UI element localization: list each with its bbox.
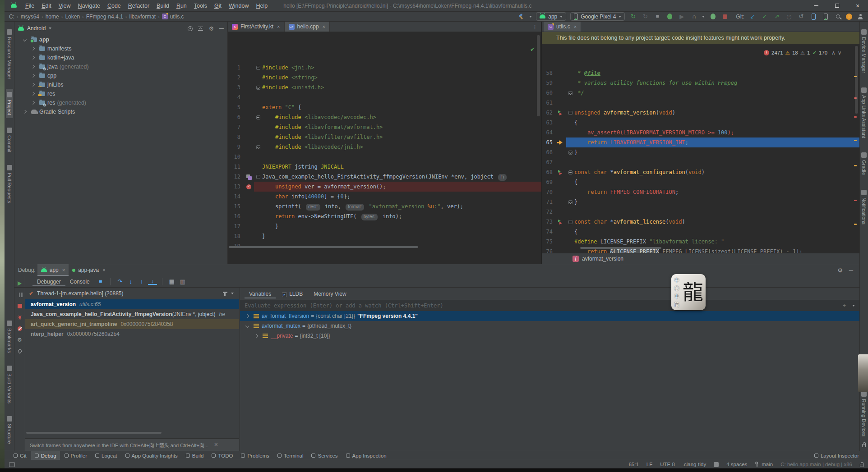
menu-refactor[interactable]: Refactor	[125, 1, 152, 10]
tool-window-button-profiler[interactable]: Profiler	[61, 451, 91, 460]
tab-lldb[interactable]: ▸LLDB	[277, 289, 307, 298]
pin-button[interactable]	[17, 348, 23, 354]
dismiss-tip-icon[interactable]: ✕	[214, 442, 218, 448]
variable-row[interactable]: avformat_mutex={pthread_mutex_t}	[240, 321, 859, 331]
menu-window[interactable]: Window	[226, 1, 252, 10]
tool-window-button-services[interactable]: Services	[308, 451, 341, 460]
git-update-button[interactable]: ↙	[748, 13, 757, 21]
clang-tidy-profile[interactable]: .clang-tidy	[683, 462, 706, 467]
stripe-item-commit[interactable]: Commit	[6, 124, 13, 156]
fold-collapse-icon[interactable]	[256, 175, 260, 179]
collapsed-arrow-icon[interactable]	[31, 47, 35, 50]
fold-collapse-icon[interactable]	[256, 66, 260, 70]
git-branch-widget[interactable]: main	[755, 462, 773, 467]
resume-button[interactable]	[17, 280, 23, 286]
collapsed-arrow-icon[interactable]	[31, 92, 35, 96]
changed-code-icon[interactable]	[558, 110, 563, 115]
step-over-icon[interactable]: ↷	[115, 278, 125, 286]
expanded-arrow-icon[interactable]	[23, 38, 27, 41]
step-out-icon[interactable]: ↑	[137, 278, 146, 286]
tab-console[interactable]: Console	[65, 277, 94, 286]
hidden-tabs-icon[interactable]: ⋮	[528, 22, 541, 32]
indent-style[interactable]: 4 spaces	[726, 462, 747, 467]
build-hammer-icon[interactable]	[517, 13, 525, 21]
search-everywhere-button[interactable]	[834, 13, 842, 21]
ime-dragon-widget[interactable]: 中〇半简 龍	[671, 274, 706, 310]
breadcrumb-file[interactable]: Cutils.c	[162, 14, 184, 20]
menu-git[interactable]: Git	[211, 1, 225, 10]
close-tab-icon[interactable]: ×	[62, 267, 65, 273]
menu-navigate[interactable]: Navigate	[75, 1, 103, 10]
tree-item-java[interactable]: java(generated)	[14, 62, 227, 71]
apply-code-changes-button[interactable]: ≡	[653, 13, 661, 21]
code-editor-utils-c[interactable]: 58 * @file59 * various utility functions…	[542, 44, 859, 269]
collapsed-arrow-icon[interactable]	[254, 334, 258, 338]
git-history-button[interactable]: ◷	[785, 13, 793, 21]
tab-debugger[interactable]: Debugger	[32, 277, 65, 286]
tree-item-cpp[interactable]: cpp	[14, 71, 227, 80]
collapsed-arrow-icon[interactable]	[31, 56, 35, 60]
breadcrumb-item[interactable]: Loken	[65, 14, 80, 20]
pause-button[interactable]	[17, 292, 23, 298]
debug-session-tab-app[interactable]: app×	[37, 264, 69, 276]
reader-mode-icon[interactable]	[714, 462, 719, 467]
stack-frame-row[interactable]: avformat_versionutils.c:65	[25, 299, 239, 309]
tree-item-res[interactable]: res(generated)	[14, 98, 227, 107]
vertical-scrollbar[interactable]	[537, 35, 540, 116]
stripe-item-device-manager[interactable]: Device Manager	[860, 26, 868, 76]
debug-session-tab-app-java[interactable]: app-java×	[69, 264, 109, 276]
device-manager-button[interactable]	[809, 13, 817, 21]
next-problem-icon[interactable]: ∨	[838, 50, 841, 56]
collapsed-arrow-icon[interactable]	[31, 83, 35, 87]
inspection-widget[interactable]: ! 2471 ⚠ 18 ⚠ 1 ✔ 170 ∧ ∨	[764, 50, 841, 56]
function-breadcrumb-label[interactable]: avformat_version	[582, 256, 623, 262]
run-marker-icon[interactable]	[246, 174, 251, 179]
stripe-item-app-links-assistant[interactable]: App Links Assistant	[860, 84, 868, 141]
tree-item-jnilibs[interactable]: jniLibs	[14, 80, 227, 89]
locate-file-icon[interactable]	[188, 26, 193, 31]
view-breakpoints-button[interactable]	[17, 314, 23, 320]
profile-app-button[interactable]	[709, 13, 717, 21]
minimize-button[interactable]	[806, 0, 826, 11]
tool-window-button-layout-inspector[interactable]: Layout Inspector	[811, 451, 863, 460]
tool-window-button-terminal[interactable]: Terminal	[274, 451, 307, 460]
fold-end-icon[interactable]	[256, 86, 260, 90]
fold-end-icon[interactable]	[568, 151, 573, 155]
close-tab-icon[interactable]: ×	[323, 24, 325, 29]
run-configuration-select[interactable]: app	[536, 12, 566, 21]
tree-item-app[interactable]: app	[14, 35, 227, 44]
stripe-item-structure[interactable]: Structure	[6, 413, 13, 447]
caret-position[interactable]: 65:1	[628, 462, 638, 467]
fold-collapse-icon[interactable]	[256, 115, 260, 119]
ide-update-icon[interactable]: ↑	[846, 14, 852, 20]
git-commit-button[interactable]: ✓	[761, 13, 769, 21]
menu-code[interactable]: Code	[104, 1, 124, 10]
menu-build[interactable]: Build	[153, 1, 172, 10]
debug-settings-icon[interactable]: ⚙	[837, 267, 843, 274]
mute-breakpoints-button[interactable]	[17, 325, 23, 331]
file-encoding[interactable]: UTF-8	[660, 462, 675, 467]
collapsed-arrow-icon[interactable]	[31, 74, 35, 78]
tool-window-button-todo[interactable]: TODO	[208, 451, 236, 460]
horizontal-scrollbar[interactable]	[229, 246, 418, 248]
stack-frame-row[interactable]: nterp_helper0x00000075f260a2b4	[25, 329, 239, 339]
stripe-item-project[interactable]: Project	[6, 89, 13, 118]
collapsed-arrow-icon[interactable]	[245, 314, 249, 318]
evaluate-expression-icon[interactable]: ▦	[167, 278, 176, 286]
stripe-item-gradle[interactable]: Gradle	[860, 149, 868, 178]
tree-item-res[interactable]: res	[14, 89, 227, 98]
chevron-down-icon[interactable]	[852, 305, 855, 307]
fold-collapse-icon[interactable]	[568, 220, 573, 224]
breadcrumb-item[interactable]: FFmpeg-n4.4.1	[86, 14, 123, 20]
stripe-item-bookmarks[interactable]: Bookmarks	[6, 317, 13, 356]
close-tab-icon[interactable]: ×	[277, 24, 280, 29]
tool-window-button-git[interactable]: Git	[10, 451, 30, 460]
collapsed-arrow-icon[interactable]	[31, 65, 35, 69]
vertical-scrollbar[interactable]	[855, 46, 858, 114]
variable-row[interactable]: __private={int32_t [10]}	[240, 331, 859, 341]
changed-code-icon[interactable]	[558, 170, 563, 175]
watch-input[interactable]: Evaluate expression (Enter) or add a wat…	[240, 300, 859, 311]
stack-frame-row[interactable]: art_quick_generic_jni_trampoline0x000000…	[25, 319, 239, 329]
project-settings-icon[interactable]: ⚙	[208, 25, 214, 32]
menu-help[interactable]: Help	[253, 1, 271, 10]
